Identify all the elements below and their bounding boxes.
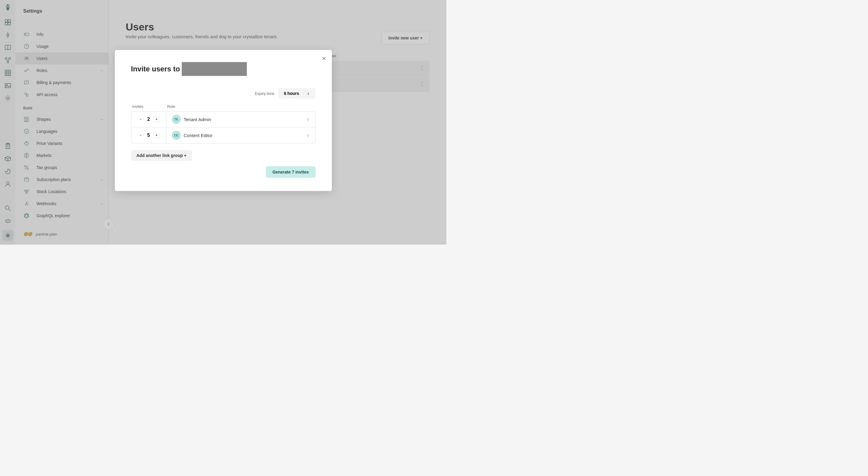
expiry-row: Expiry time 6 hours bbox=[131, 88, 315, 99]
invite-role-row: - 2 + TA Tenant Admin bbox=[131, 112, 315, 127]
role-select[interactable]: CE Content Editor bbox=[166, 131, 315, 140]
roles-table: - 2 + TA Tenant Admin - 5 + CE Content E… bbox=[131, 111, 315, 144]
increment-button[interactable]: + bbox=[153, 132, 159, 138]
roles-table-header: Invites Role bbox=[131, 104, 315, 111]
expiry-value: 6 hours bbox=[284, 91, 299, 96]
close-modal-button[interactable] bbox=[321, 56, 327, 62]
invite-counter: - 5 + bbox=[131, 127, 166, 143]
invite-counter: - 2 + bbox=[131, 112, 166, 127]
modal-title-text: Invite users to bbox=[131, 65, 180, 73]
expiry-select[interactable]: 6 hours bbox=[278, 88, 315, 99]
decrement-button[interactable]: - bbox=[138, 116, 144, 122]
decrement-button[interactable]: - bbox=[138, 132, 144, 138]
increment-button[interactable]: + bbox=[153, 116, 159, 122]
invite-role-row: - 5 + CE Content Editor bbox=[131, 127, 315, 143]
expiry-label: Expiry time bbox=[255, 91, 274, 96]
role-column-header-modal: Role bbox=[167, 104, 176, 109]
role-select[interactable]: TA Tenant Admin bbox=[166, 115, 315, 124]
modal-overlay: Invite users to Expiry time 6 hours Invi… bbox=[0, 0, 446, 245]
generate-invites-button[interactable]: Generate 7 invites bbox=[266, 166, 315, 178]
chevron-down-icon bbox=[306, 133, 310, 137]
modal-title: Invite users to bbox=[131, 62, 315, 76]
role-name-label: Content Editor bbox=[184, 133, 213, 138]
invites-column-header: Invites bbox=[132, 104, 167, 109]
invite-count: 2 bbox=[147, 117, 150, 122]
role-name-label: Tenant Admin bbox=[184, 117, 211, 122]
chevron-down-icon bbox=[306, 118, 310, 121]
invite-users-modal: Invite users to Expiry time 6 hours Invi… bbox=[115, 50, 332, 191]
role-badge: TA bbox=[172, 115, 181, 124]
role-badge: CE bbox=[172, 131, 181, 140]
tenant-name-redacted bbox=[182, 62, 247, 76]
chevron-down-icon bbox=[307, 92, 310, 95]
add-link-group-button[interactable]: Add another link group + bbox=[131, 150, 192, 161]
invite-count: 5 bbox=[147, 132, 150, 138]
